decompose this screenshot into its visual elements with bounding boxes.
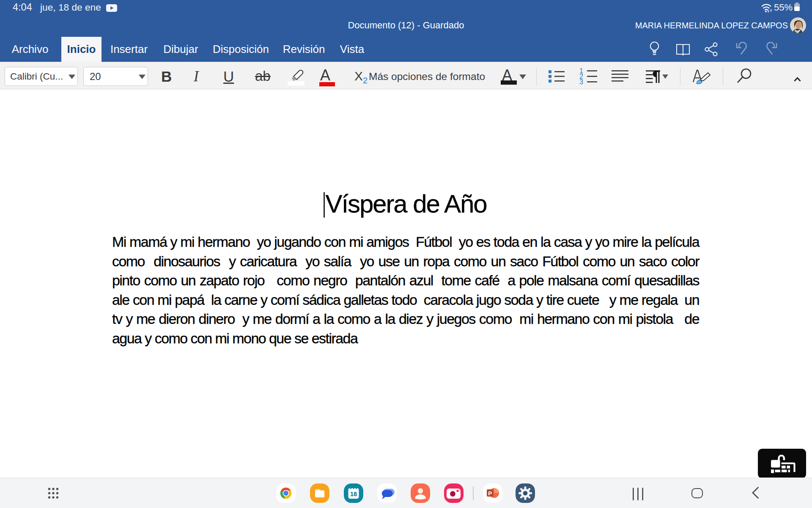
svg-text:18: 18 [350, 491, 357, 497]
svg-text:P: P [488, 490, 492, 497]
svg-text:3: 3 [579, 78, 583, 84]
